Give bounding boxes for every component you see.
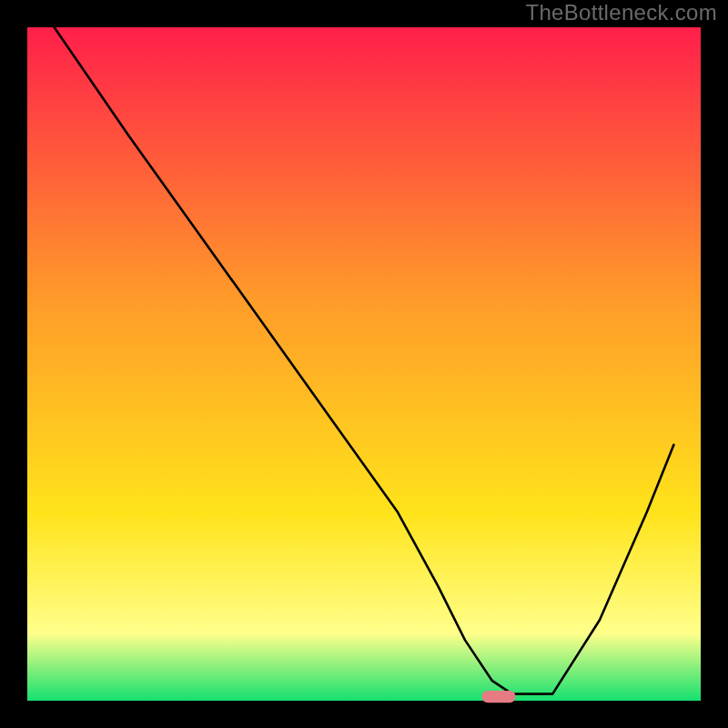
chart-svg (0, 0, 728, 728)
optimal-marker (482, 691, 516, 703)
gradient-background (27, 27, 701, 701)
chart-frame: { "watermark": "TheBottleneck.com", "cha… (0, 0, 728, 728)
watermark-text: TheBottleneck.com (525, 0, 717, 25)
